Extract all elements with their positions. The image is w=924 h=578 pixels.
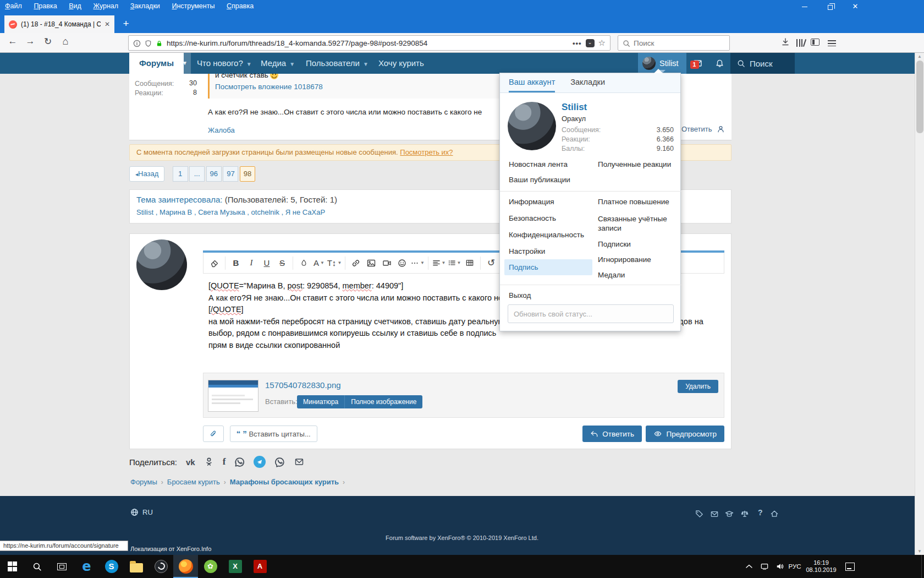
menu-account-upgrades[interactable]: Платное повышение	[598, 198, 669, 206]
attachment-thumbnail[interactable]	[208, 380, 258, 412]
skype-icon[interactable]: S	[99, 555, 124, 578]
language-chooser[interactable]: RU	[130, 508, 153, 516]
telegram-icon[interactable]	[254, 456, 266, 468]
insert-image-icon[interactable]	[364, 255, 379, 271]
menu-help[interactable]: Справка	[222, 0, 258, 13]
close-button[interactable]: ✕	[843, 0, 868, 14]
font-size-button[interactable]: T↕▼	[327, 255, 342, 271]
acrobat-icon[interactable]: A	[248, 555, 272, 578]
page-button-97[interactable]: 97	[223, 166, 238, 182]
nav-item-want-to-smoke[interactable]: Хочу курить	[378, 53, 424, 74]
url-input[interactable]	[167, 39, 569, 47]
view-new-messages-link[interactable]: Посмотреть их?	[400, 148, 453, 156]
browser-search-bar[interactable]	[618, 35, 730, 51]
inbox-button[interactable]: 1	[686, 53, 708, 74]
bookmark-star-icon[interactable]: ☆	[598, 38, 606, 48]
start-button[interactable]	[0, 555, 25, 578]
back-button[interactable]: ←	[6, 36, 20, 47]
insert-link-icon[interactable]	[348, 255, 364, 271]
footer-home-icon[interactable]	[770, 509, 779, 518]
facebook-icon[interactable]: f	[223, 456, 226, 467]
interested-user-link[interactable]: Я не СаХаР	[285, 208, 325, 216]
show-desktop-sliver[interactable]	[921, 555, 924, 578]
menu-privacy[interactable]: Конфиденциальность	[509, 231, 584, 239]
menu-tools[interactable]: Инструменты	[167, 0, 219, 13]
menu-security[interactable]: Безопасность	[509, 214, 556, 222]
interested-user-link[interactable]: Stilist	[136, 208, 153, 216]
menu-view[interactable]: Вид	[64, 0, 86, 13]
file-explorer-icon[interactable]	[124, 555, 148, 578]
pager-back-button[interactable]: ◂Назад	[129, 166, 164, 182]
menu-your-content[interactable]: Ваши публикации	[509, 176, 570, 184]
interested-user-link[interactable]: Марина В	[160, 208, 192, 216]
delete-attachment-button[interactable]: Удалить	[678, 380, 718, 393]
more-options-icon[interactable]: ▼	[410, 255, 425, 271]
attachment-view-link[interactable]: Посмотреть вложение 1018678	[215, 83, 323, 91]
browser-search-input[interactable]	[634, 39, 731, 47]
action-center-icon[interactable]	[842, 555, 858, 578]
current-user-avatar[interactable]	[136, 239, 187, 290]
forum-search-button[interactable]: Поиск	[730, 53, 795, 74]
taskbar-search-icon[interactable]	[25, 555, 50, 578]
library-icon[interactable]	[796, 39, 806, 48]
scroll-up-arrow[interactable]: ▲	[917, 54, 922, 59]
attachment-filename-link[interactable]: 1570540782830.png	[265, 380, 341, 390]
italic-button[interactable]: I	[244, 255, 259, 271]
menu-bookmarks[interactable]: Закладки	[125, 0, 165, 13]
odnoklassniki-icon[interactable]	[204, 457, 214, 467]
language-indicator[interactable]: РУС	[785, 555, 804, 578]
scrollbar-thumb[interactable]	[916, 61, 923, 133]
alignment-icon[interactable]: ▼	[431, 255, 447, 271]
sidebar-toggle-icon[interactable]	[811, 39, 820, 47]
whatsapp-icon[interactable]	[234, 457, 245, 467]
menu-preferences[interactable]: Настройки	[509, 247, 545, 255]
bold-button[interactable]: B	[228, 255, 244, 271]
alerts-bell-icon[interactable]	[708, 53, 730, 74]
home-button[interactable]: ⌂	[58, 36, 73, 47]
strikethrough-button[interactable]: S	[274, 255, 290, 271]
graduation-cap-icon[interactable]	[725, 509, 734, 518]
page-button-1[interactable]: 1	[173, 166, 188, 182]
list-icon[interactable]: ▼	[447, 255, 462, 271]
page-scrollbar[interactable]: ▲ ▼	[915, 53, 924, 555]
submit-reply-button[interactable]: Ответить	[582, 426, 642, 442]
breadcrumb-quit-smoking[interactable]: Бросаем курить	[167, 478, 220, 486]
status-update-input[interactable]	[508, 304, 674, 323]
excel-icon[interactable]: X	[223, 555, 248, 578]
https-lock-icon[interactable]	[156, 39, 163, 47]
vk-icon[interactable]: vk	[186, 457, 195, 467]
email-share-icon[interactable]	[294, 457, 305, 466]
help-icon[interactable]: ?	[758, 508, 763, 517]
forums-caret-icon[interactable]: ▼	[179, 53, 191, 74]
page-info-icon[interactable]	[133, 39, 141, 47]
report-link[interactable]: Жалоба	[208, 126, 235, 134]
menu-connected-accounts[interactable]: Связанные учётные записи	[598, 214, 670, 233]
menu-account-details[interactable]: Информация	[509, 198, 554, 206]
nav-item-forums[interactable]: Форумы	[129, 53, 184, 74]
breadcrumb-forums[interactable]: Форумы	[130, 478, 157, 486]
viber-icon[interactable]	[274, 457, 285, 467]
menu-signature-highlighted[interactable]: Подпись	[504, 259, 592, 275]
page-button-96[interactable]: 96	[206, 166, 222, 182]
menu-reactions-received[interactable]: Полученные реакции	[598, 160, 671, 168]
menu-history[interactable]: Журнал	[88, 0, 123, 13]
localization-credit[interactable]: Локализация от XenForo.Info	[130, 546, 211, 552]
account-username[interactable]: Stilist	[562, 102, 587, 113]
url-bar[interactable]: ••• ⌄ ☆	[128, 35, 610, 51]
restore-button[interactable]	[817, 0, 843, 14]
breadcrumb-marathons[interactable]: Марафоны бросающих курить	[230, 478, 339, 486]
menu-logout[interactable]: Выход	[509, 291, 531, 299]
insert-table-icon[interactable]	[462, 255, 477, 271]
font-family-button[interactable]: A▼	[311, 255, 327, 271]
tray-chevron-icon[interactable]	[741, 555, 757, 578]
preview-button[interactable]: Предпросмотр	[646, 426, 724, 442]
menu-medals[interactable]: Медали	[598, 271, 625, 279]
edge-icon[interactable]: e	[74, 555, 99, 578]
nav-item-media[interactable]: Медиа▼	[261, 53, 295, 74]
menu-file[interactable]: Файл	[0, 0, 27, 13]
icq-icon[interactable]: ✿	[198, 555, 223, 578]
tab-close-icon[interactable]: ✕	[105, 20, 110, 28]
insert-full-image-button[interactable]: Полное изображение	[345, 395, 422, 408]
tracking-shield-icon[interactable]	[145, 39, 152, 47]
app-menu-icon[interactable]	[828, 39, 836, 48]
